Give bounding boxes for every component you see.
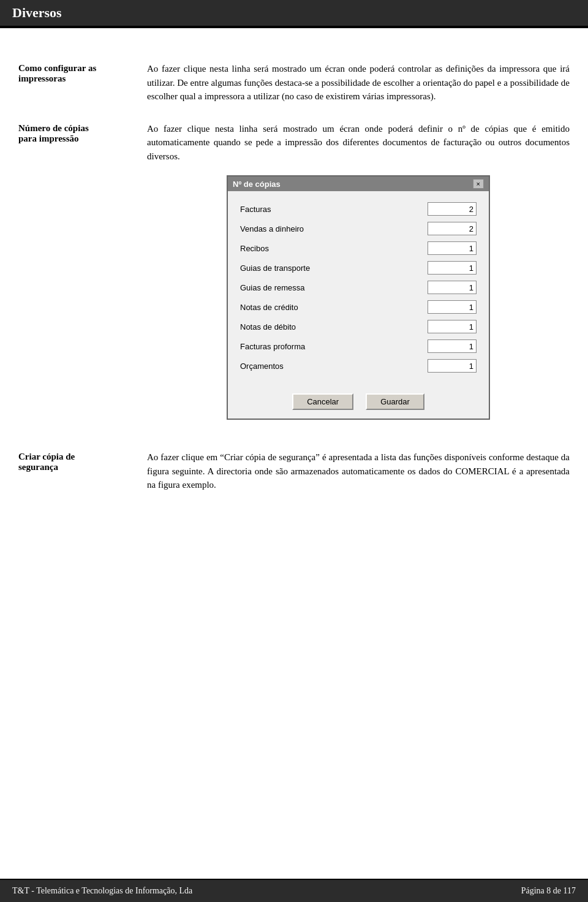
- header-divider: [0, 27, 588, 28]
- dialog-label-notas-credito: Notas de crédito: [240, 303, 428, 312]
- dialog-label-orcamentos: Orçamentos: [240, 362, 428, 371]
- dialog-row-notas-credito: Notas de crédito: [240, 300, 477, 314]
- dialog-row-guias-transporte: Guias de transporte: [240, 261, 477, 275]
- dialog-footer: Cancelar Guardar: [228, 387, 489, 419]
- section-label-impressoras: Como configurar as impressoras: [18, 62, 135, 104]
- dialog-row-guias-remessa: Guias de remessa: [240, 281, 477, 294]
- save-button[interactable]: Guardar: [366, 393, 424, 410]
- dialog-row-recibos: Recibos: [240, 241, 477, 255]
- dialog-input-facturas[interactable]: [428, 202, 477, 216]
- section-text-impressoras: Ao fazer clique nesta linha será mostrad…: [147, 62, 570, 104]
- dialog-label-guias-transporte: Guias de transporte: [240, 263, 428, 273]
- dialog-input-notas-credito[interactable]: [428, 300, 477, 314]
- footer-page-info: Página 8 de 117: [521, 886, 576, 896]
- dialog-body: Facturas Vendas a dinheiro Recibos: [228, 191, 489, 387]
- section-label-criar-copia: Criar cópia de segurança: [18, 450, 135, 492]
- dialog-row-vendas: Vendas a dinheiro: [240, 222, 477, 235]
- dialog-label-notas-debito: Notas de débito: [240, 322, 428, 332]
- dialog-titlebar: Nº de cópias ×: [228, 176, 489, 191]
- section-criar-copia: Criar cópia de segurança Ao fazer clique…: [18, 450, 570, 492]
- dialog-label-guias-remessa: Guias de remessa: [240, 283, 428, 292]
- dialog-title: Nº de cópias: [233, 180, 281, 189]
- section-content-numero-copias: Ao fazer clique nesta linha será mostrad…: [147, 122, 570, 433]
- dialog-label-vendas: Vendas a dinheiro: [240, 224, 428, 233]
- page-header: Diversos: [0, 0, 588, 27]
- dialog-label-recibos: Recibos: [240, 244, 428, 253]
- dialog-label-facturas: Facturas: [240, 205, 428, 214]
- cancel-button[interactable]: Cancelar: [292, 393, 353, 410]
- dialog-container: Nº de cópias × Facturas Vendas a dinheir…: [147, 175, 570, 420]
- section-text-numero-copias: Ao fazer clique nesta linha será mostrad…: [147, 122, 570, 164]
- dialog-input-guias-transporte[interactable]: [428, 261, 477, 275]
- dialog-input-guias-remessa[interactable]: [428, 281, 477, 294]
- dialog-input-facturas-proforma[interactable]: [428, 339, 477, 353]
- section-impressoras: Como configurar as impressoras Ao fazer …: [18, 62, 570, 104]
- dialog-input-recibos[interactable]: [428, 241, 477, 255]
- dialog-row-orcamentos: Orçamentos: [240, 359, 477, 373]
- dialog-box: Nº de cópias × Facturas Vendas a dinheir…: [227, 175, 490, 420]
- page-footer: T&T - Telemática e Tecnologias de Inform…: [0, 879, 588, 902]
- footer-company: T&T - Telemática e Tecnologias de Inform…: [12, 886, 192, 896]
- dialog-close-button[interactable]: ×: [473, 179, 484, 189]
- page-title: Diversos: [12, 5, 62, 20]
- section-text-criar-copia: Ao fazer clique em “Criar cópia de segur…: [147, 450, 570, 492]
- dialog-row-facturas: Facturas: [240, 202, 477, 216]
- dialog-row-notas-debito: Notas de débito: [240, 320, 477, 333]
- dialog-row-facturas-proforma: Facturas proforma: [240, 339, 477, 353]
- section-label-numero-copias: Número de cópias para impressão: [18, 122, 135, 433]
- dialog-input-orcamentos[interactable]: [428, 359, 477, 373]
- dialog-input-notas-debito[interactable]: [428, 320, 477, 333]
- content-area: Como configurar as impressoras Ao fazer …: [0, 44, 588, 559]
- dialog-input-vendas[interactable]: [428, 222, 477, 235]
- section-numero-copias: Número de cópias para impressão Ao fazer…: [18, 122, 570, 433]
- dialog-label-facturas-proforma: Facturas proforma: [240, 342, 428, 351]
